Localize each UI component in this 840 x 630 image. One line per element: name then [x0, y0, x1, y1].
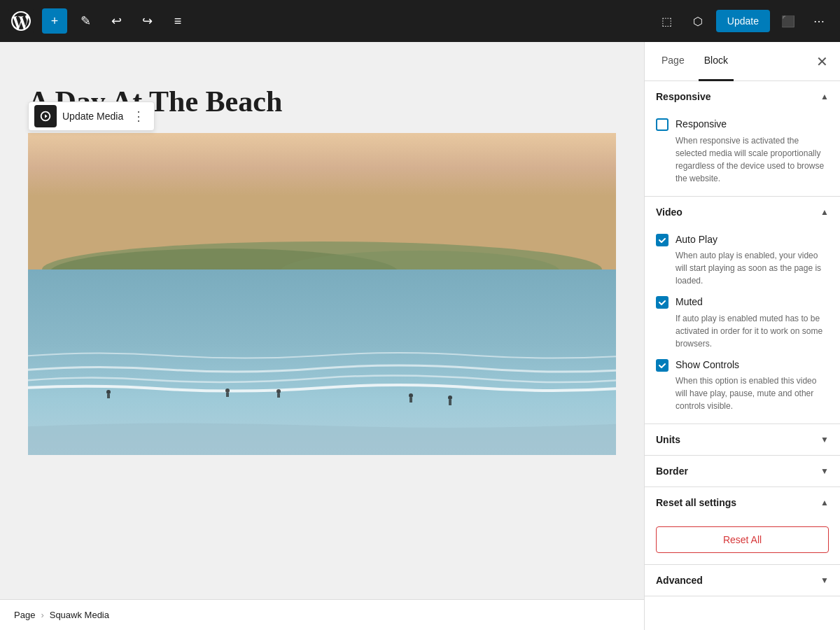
- squawk-icon: [39, 110, 52, 122]
- svg-point-13: [448, 396, 452, 400]
- units-toggle-icon: ▼: [820, 435, 829, 444]
- responsive-label: Responsive: [676, 118, 829, 132]
- svg-rect-6: [107, 394, 110, 398]
- border-toggle-icon: ▼: [820, 466, 829, 476]
- update-button[interactable]: Update: [716, 10, 770, 32]
- show-controls-desc: When this option is enabled this video w…: [676, 374, 829, 412]
- autoplay-row: Auto Play When auto play is enabled, you…: [656, 233, 829, 288]
- beach-image: [28, 133, 616, 455]
- section-reset: Reset all settings ▲ Reset All: [645, 487, 840, 565]
- sidebar-toggle-button[interactable]: ⬛: [776, 8, 801, 34]
- breadcrumb-page[interactable]: Page: [14, 610, 35, 620]
- svg-point-7: [225, 388, 230, 393]
- view-button[interactable]: ⬚: [654, 8, 680, 34]
- section-advanced: Advanced ▼: [645, 565, 840, 596]
- video-title: Video: [656, 206, 682, 218]
- show-controls-label: Show Controls: [676, 358, 829, 372]
- svg-point-9: [276, 389, 281, 393]
- show-controls-row: Show Controls When this option is enable…: [656, 358, 829, 413]
- svg-rect-8: [226, 393, 229, 397]
- more-options-button[interactable]: ⋯: [806, 8, 832, 34]
- breadcrumb-separator: ›: [41, 610, 43, 620]
- section-responsive: Responsive ▲ Responsive When responsive …: [645, 81, 840, 197]
- reset-header[interactable]: Reset all settings ▲: [645, 487, 840, 518]
- list-view-button[interactable]: ≡: [165, 8, 190, 34]
- responsive-label-block: Responsive When responsive is activated …: [676, 118, 829, 185]
- muted-label: Muted: [676, 295, 829, 309]
- wp-icon: [11, 11, 31, 31]
- advanced-toggle-icon: ▼: [820, 575, 829, 585]
- show-controls-checkbox[interactable]: [656, 359, 668, 372]
- responsive-title: Responsive: [656, 91, 711, 102]
- autoplay-label-block: Auto Play When auto play is enabled, you…: [676, 233, 829, 288]
- video-header[interactable]: Video ▲: [645, 197, 840, 227]
- breadcrumb: Page › Squawk Media: [0, 599, 644, 630]
- breadcrumb-current[interactable]: Squawk Media: [50, 610, 109, 620]
- units-header[interactable]: Units ▼: [645, 424, 840, 455]
- responsive-desc: When responsive is activated the selecte…: [676, 134, 829, 185]
- reset-content: Reset All: [645, 518, 840, 564]
- add-block-button[interactable]: +: [42, 8, 67, 34]
- autoplay-checkbox[interactable]: [656, 234, 668, 246]
- wordpress-logo[interactable]: [8, 8, 34, 34]
- border-title: Border: [656, 465, 688, 477]
- border-header[interactable]: Border ▼: [645, 456, 840, 486]
- advanced-header[interactable]: Advanced ▼: [645, 565, 840, 596]
- show-controls-label-block: Show Controls When this option is enable…: [676, 358, 829, 413]
- svg-point-11: [409, 393, 413, 398]
- video-content: Auto Play When auto play is enabled, you…: [645, 227, 840, 424]
- edit-button[interactable]: ✎: [73, 8, 98, 34]
- block-toolbar-label: Update Media: [62, 111, 123, 122]
- section-units: Units ▼: [645, 424, 840, 456]
- units-title: Units: [656, 434, 680, 445]
- video-toggle-icon: ▲: [820, 207, 829, 217]
- block-toolbar: Update Media ⋮: [28, 102, 155, 131]
- svg-rect-12: [410, 398, 412, 402]
- tab-block[interactable]: Block: [699, 42, 734, 81]
- checkmark-icon: [658, 361, 666, 370]
- external-button[interactable]: ⬡: [685, 8, 710, 34]
- section-video: Video ▲ Auto Play When auto play is enab…: [645, 197, 840, 425]
- muted-checkbox[interactable]: [656, 296, 668, 309]
- page-content: A Day At The Beach Update Media ⋮: [28, 84, 616, 458]
- panel-close-button[interactable]: ✕: [812, 52, 832, 71]
- advanced-title: Advanced: [656, 575, 703, 586]
- checkmark-icon: [658, 298, 666, 307]
- svg-point-5: [106, 390, 111, 394]
- responsive-toggle-icon: ▲: [820, 92, 829, 102]
- muted-desc: If auto play is enabled muted has to be …: [676, 312, 829, 350]
- svg-rect-14: [449, 400, 451, 405]
- main-area: A Day At The Beach Update Media ⋮: [0, 42, 840, 630]
- panel-tabs: Page Block ✕: [645, 42, 840, 81]
- responsive-header[interactable]: Responsive ▲: [645, 81, 840, 112]
- svg-rect-10: [277, 393, 280, 398]
- editor-area: A Day At The Beach Update Media ⋮: [0, 42, 644, 630]
- tab-page[interactable]: Page: [656, 42, 690, 81]
- reset-title: Reset all settings: [656, 497, 736, 508]
- toolbar-right: ⬚ ⬡ Update ⬛ ⋯: [654, 8, 832, 34]
- redo-button[interactable]: ↪: [134, 8, 160, 34]
- responsive-checkbox-row: Responsive When responsive is activated …: [656, 118, 829, 185]
- reset-toggle-icon: ▲: [820, 498, 829, 507]
- block-icon: [34, 105, 57, 127]
- section-border: Border ▼: [645, 456, 840, 487]
- responsive-content: Responsive When responsive is activated …: [645, 112, 840, 196]
- autoplay-label: Auto Play: [676, 233, 829, 247]
- muted-row: Muted If auto play is enabled muted has …: [656, 295, 829, 350]
- reset-all-button[interactable]: Reset All: [656, 526, 829, 553]
- main-toolbar: + ✎ ↩ ↪ ≡ ⬚ ⬡ Update ⬛ ⋯: [0, 0, 840, 42]
- checkmark-icon: [658, 236, 666, 244]
- muted-label-block: Muted If auto play is enabled muted has …: [676, 295, 829, 350]
- block-more-button[interactable]: ⋮: [129, 106, 148, 126]
- undo-button[interactable]: ↩: [104, 8, 129, 34]
- media-block: Update Media ⋮: [28, 133, 616, 458]
- autoplay-desc: When auto play is enabled, your video wi…: [676, 249, 829, 287]
- right-panel: Page Block ✕ Responsive ▲ Responsive Whe…: [644, 42, 840, 630]
- responsive-checkbox[interactable]: [656, 118, 668, 131]
